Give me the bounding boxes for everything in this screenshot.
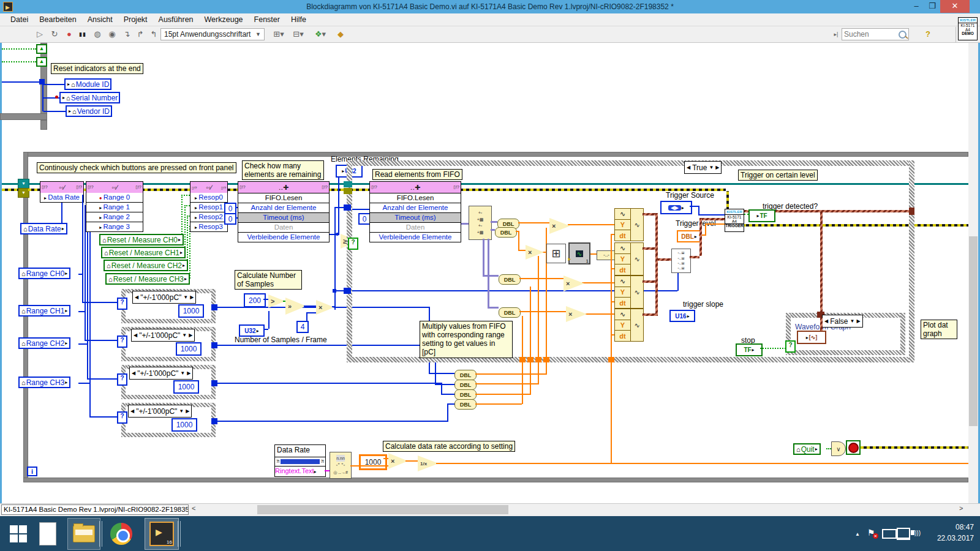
comment[interactable]: Continously check which buttons are pres…: [37, 162, 236, 173]
build-waveform-node[interactable]: ∿Ydt∿: [614, 276, 644, 309]
ring-case-selector[interactable]: ◀"+/-1'000pC"▼▶: [128, 405, 192, 418]
taskbar-document-icon[interactable]: [37, 520, 59, 547]
pause-button[interactable]: ▮▮: [76, 28, 89, 41]
taskbar-explorer-icon[interactable]: [67, 518, 100, 550]
multiply-node[interactable]: ×: [566, 306, 587, 322]
select-node[interactable]: »: [285, 298, 306, 315]
local-data-rate[interactable]: ⌂Data Rate▸: [20, 223, 67, 234]
express-vi-icon[interactable]: ∿1➤: [568, 242, 590, 264]
case-selector-true[interactable]: ◀True▼▶: [684, 161, 722, 174]
waveform-graph-terminal[interactable]: ▸[∿]: [797, 331, 826, 344]
local-reset-measure-ch1[interactable]: ⌂Reset / Measure CH1▸: [101, 247, 186, 258]
highlight-execution-icon[interactable]: ◍: [91, 28, 104, 41]
comment[interactable]: Check how many elements are remaining: [242, 160, 324, 180]
minimize-button[interactable]: –: [908, 0, 924, 13]
numeric-constant[interactable]: 4: [296, 321, 309, 333]
read-panel-node-resop[interactable]: ▯!?◦◦∕▯!? ▸ Resop0 ▸ Resop1 ▸ Resop2 ▸ R…: [190, 181, 228, 232]
menu-fenster[interactable]: Fenster: [249, 15, 285, 24]
u32-control-terminal[interactable]: U32▸: [239, 324, 265, 337]
run-button[interactable]: ▷: [33, 28, 47, 41]
numeric-constant[interactable]: 0: [358, 213, 371, 225]
resize-objects-dropdown[interactable]: ❖▾: [311, 28, 330, 41]
read-panel-node-data-rate[interactable]: ▯!?◦◦∕▯!? ▸ Data Rate: [40, 181, 84, 203]
ring-case-selector[interactable]: ◀"+/-1'000pC"▼▶: [129, 367, 193, 380]
multiply-node[interactable]: ×: [549, 218, 570, 234]
distribute-objects-dropdown[interactable]: ⊟▾: [289, 28, 307, 41]
feedback-node-icon[interactable]: ▲: [36, 44, 47, 54]
to-double-node[interactable]: DBL: [454, 389, 477, 400]
comment[interactable]: Read elements from FIFO: [372, 169, 462, 180]
local-vendor-id[interactable]: ▸⌂Vendor ID: [66, 105, 112, 117]
horizontal-scrollbar-thumb[interactable]: [257, 505, 508, 514]
retain-wire-values-icon[interactable]: ◉: [105, 28, 119, 41]
reciprocal-node[interactable]: 1/x: [418, 455, 439, 471]
font-selector[interactable]: 15pt Anwendungsschriftart▼: [160, 28, 265, 40]
status-forward-arrow[interactable]: >: [959, 504, 963, 512]
local-range-ch3[interactable]: ⌂Range CH3▸: [18, 377, 70, 388]
step-into-icon[interactable]: ↴: [120, 28, 134, 41]
numeric-constant[interactable]: 1000: [173, 380, 199, 394]
ring-case-selector[interactable]: ◀"+/-1'000pC"▼▶: [132, 291, 196, 304]
multiply-node[interactable]: ×: [564, 276, 584, 291]
menu-datei[interactable]: Datei: [5, 15, 34, 24]
iteration-terminal[interactable]: i: [27, 467, 37, 476]
multiply-node[interactable]: ×: [526, 245, 544, 260]
tray-network-icon[interactable]: [897, 528, 910, 540]
u16-control-terminal[interactable]: U16▸: [669, 310, 695, 322]
trigger-subvi-icon[interactable]: KISTLER KI-5171 A4 TRIGGER: [725, 209, 744, 232]
read-panel-node-ranges[interactable]: ▯!?◦◦∕▯!? ● Range 0 ▸ Range 1 ▸ Range 2 …: [86, 181, 143, 232]
tf-indicator-terminal[interactable]: ▸TF: [748, 209, 775, 222]
search-expand-icon[interactable]: ▸|: [832, 28, 840, 41]
to-double-node[interactable]: DBL: [454, 380, 477, 390]
step-out-icon[interactable]: ↰: [147, 28, 160, 41]
close-button[interactable]: ✕: [940, 0, 970, 13]
fifo-read-node[interactable]: ▯!?‥✚▯!? FIFO.Lesen Anzahl der Elemente …: [369, 181, 461, 242]
multiply-node[interactable]: ×: [316, 300, 334, 315]
local-range-ch2[interactable]: ⌂Range CH2▸: [18, 337, 70, 349]
to-double-node[interactable]: DBL: [499, 274, 521, 285]
menu-bearbeiten[interactable]: Bearbeiten: [34, 15, 81, 24]
feedback-node-icon[interactable]: ▲: [36, 57, 47, 67]
comment[interactable]: Multiply values from FIFO with correspon…: [420, 321, 513, 358]
taskbar-labview-icon[interactable]: ▶16: [145, 518, 179, 550]
enum-control-terminal[interactable]: ◀▶▸: [660, 201, 692, 214]
to-double-node[interactable]: DBL: [499, 307, 521, 318]
abort-button[interactable]: ●: [62, 28, 76, 41]
local-serial-number[interactable]: ▸⌂Serial Number: [59, 92, 120, 103]
restore-button[interactable]: ❒: [924, 0, 940, 13]
tf-control-terminal[interactable]: TF▸: [736, 343, 763, 356]
comment[interactable]: Calculate data rate according to setting: [383, 441, 515, 452]
vertical-scrollbar-thumb[interactable]: [969, 236, 978, 426]
menu-projekt[interactable]: Projekt: [118, 15, 153, 24]
start-button[interactable]: [6, 522, 31, 546]
numeric-constant[interactable]: 1000: [178, 304, 204, 318]
local-range-ch0[interactable]: ⌂Range CH0▸: [18, 268, 70, 279]
dbl-control-terminal[interactable]: DBL▸: [677, 230, 701, 242]
numeric-constant-orange[interactable]: 1000: [359, 454, 387, 470]
step-over-icon[interactable]: ↱: [134, 28, 147, 41]
to-double-node[interactable]: DBL: [454, 370, 477, 380]
search-input[interactable]: [842, 29, 897, 40]
comment[interactable]: Plot dat graph: [921, 320, 957, 339]
numeric-constant[interactable]: 1000: [176, 342, 202, 356]
status-back-arrow[interactable]: <: [192, 504, 195, 512]
numeric-constant[interactable]: 200: [244, 293, 266, 307]
loop-stop-terminal[interactable]: [846, 440, 861, 455]
numeric-constant[interactable]: 1000: [172, 418, 197, 432]
array-to-cluster-node[interactable]: ▫‥▫: [597, 250, 616, 260]
build-waveform-node[interactable]: ∿Ydt∿: [614, 242, 644, 276]
string-to-number-node[interactable]: n.nn▫⁺ ⁺▫◎ ‥→#: [330, 452, 352, 479]
or-node[interactable]: ∨: [831, 441, 846, 456]
local-reset-measure-ch0[interactable]: ⌂Reset / Measure CH0▸: [99, 234, 184, 246]
tray-action-center-icon[interactable]: ⚑✕: [865, 527, 877, 539]
build-waveform-node[interactable]: ∿Ydt∿: [614, 208, 644, 241]
local-reset-measure-ch2[interactable]: ⌂Reset / Measure CH2▸: [104, 260, 188, 271]
cleanup-diagram-button[interactable]: ◆: [333, 28, 348, 41]
local-reset-measure-ch3[interactable]: ⌂Reset / Measure CH3▸: [105, 273, 190, 285]
local-range-ch1[interactable]: ⌂Range CH1▸: [18, 305, 70, 317]
menu-werkzeuge[interactable]: Werkzeuge: [199, 15, 249, 24]
to-double-node[interactable]: DBL: [495, 227, 517, 238]
tray-expand-icon[interactable]: ▲: [853, 529, 862, 539]
local-module-id[interactable]: ▸⌂Module ID: [64, 78, 111, 90]
align-objects-dropdown[interactable]: ⊞▾: [270, 28, 288, 41]
